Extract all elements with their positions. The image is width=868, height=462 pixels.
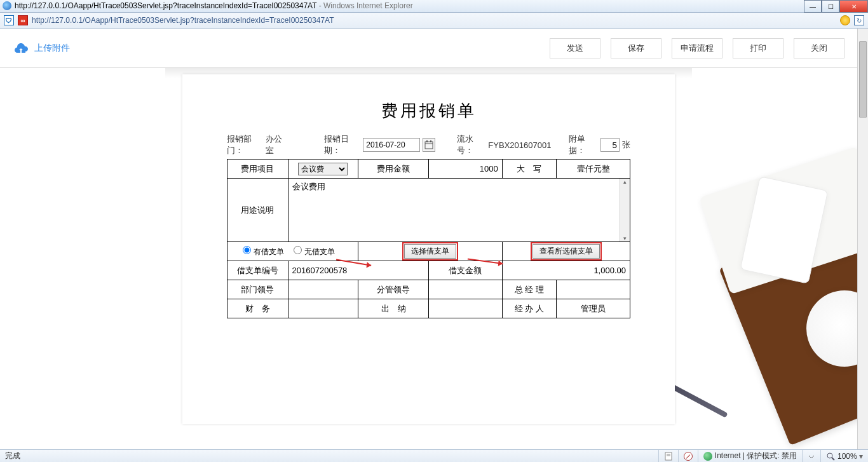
upper-value: 壹仟元整 bbox=[557, 160, 630, 179]
gm-value bbox=[557, 280, 630, 299]
form-meta-row: 报销部门： 办公室 报销日期： 流水号： FYBX201607001 附单据： bbox=[227, 133, 630, 156]
title-browser: - Windows Internet Explorer bbox=[316, 1, 412, 10]
loan-amt-value: 1,000.00 bbox=[502, 261, 630, 280]
date-label: 报销日期： bbox=[324, 133, 360, 156]
attach-label: 附单据： bbox=[569, 133, 598, 156]
compat-view-icon[interactable] bbox=[840, 15, 850, 25]
view-loan-button[interactable]: 查看所选借支单 bbox=[532, 244, 600, 259]
upload-attachment-label: 上传附件 bbox=[34, 43, 70, 54]
radio-no-loan[interactable]: 无借支单 bbox=[294, 247, 334, 256]
handler-label: 经 办 人 bbox=[502, 299, 557, 318]
shield-icon[interactable]: 🛡 bbox=[4, 15, 14, 25]
cloud-upload-icon bbox=[13, 43, 29, 54]
upper-label: 大 写 bbox=[502, 160, 557, 179]
status-zoom-cell[interactable]: 100% bbox=[820, 450, 868, 462]
expense-amount-value[interactable]: 1000 bbox=[428, 160, 502, 179]
globe-icon bbox=[703, 452, 712, 461]
title-url: http://127.0.0.1/OAapp/HtTrace0503Servle… bbox=[15, 1, 316, 10]
serial-label: 流水号： bbox=[457, 133, 486, 156]
upload-attachment-link[interactable]: 上传附件 bbox=[13, 43, 70, 54]
branch-leader-label: 分管领导 bbox=[358, 280, 429, 299]
window-titlebar: http://127.0.0.1/OAapp/HtTrace0503Servle… bbox=[0, 0, 868, 13]
cashier-label: 出 纳 bbox=[358, 299, 429, 318]
print-button[interactable]: 打印 bbox=[733, 38, 783, 58]
expense-item-cell: 会议费 bbox=[288, 160, 358, 179]
status-zone-text: Internet | 保护模式: 禁用 bbox=[715, 451, 797, 461]
finance-label: 财 务 bbox=[227, 299, 288, 318]
loan-radio-cell: 有借支单 无借支单 bbox=[227, 242, 358, 261]
expense-item-select[interactable]: 会议费 bbox=[298, 163, 348, 175]
chevron-icon bbox=[808, 452, 815, 460]
site-icon: ∞ bbox=[18, 15, 28, 25]
status-zone-cell[interactable]: Internet | 保护模式: 禁用 bbox=[698, 450, 802, 462]
expense-amount-label: 费用金额 bbox=[358, 160, 429, 179]
radio-has-loan[interactable]: 有借支单 bbox=[243, 247, 283, 256]
window-close-button[interactable]: ✕ bbox=[839, 0, 868, 13]
status-zoom-text: 100% bbox=[837, 452, 863, 461]
purpose-label: 用途说明 bbox=[227, 179, 288, 242]
svg-rect-2 bbox=[426, 140, 428, 142]
select-loan-button[interactable]: 选择借支单 bbox=[404, 244, 456, 259]
page-scrollbar[interactable] bbox=[857, 29, 868, 449]
save-button[interactable]: 保存 bbox=[611, 38, 661, 58]
ie-icon bbox=[3, 1, 11, 10]
zoom-icon bbox=[826, 452, 835, 461]
window-maximize-button[interactable]: ☐ bbox=[822, 0, 839, 13]
status-popup-cell[interactable] bbox=[678, 450, 698, 462]
select-loan-cell: 选择借支单 bbox=[358, 242, 502, 261]
svg-rect-0 bbox=[425, 142, 433, 149]
loan-amt-label: 借支金额 bbox=[428, 261, 502, 280]
svg-rect-3 bbox=[430, 140, 431, 142]
date-input[interactable] bbox=[363, 138, 420, 152]
form-paper: 费用报销单 报销部门： 办公室 报销日期： 流水号： FYBX201607001 bbox=[182, 74, 675, 424]
loan-no-label: 借支单编号 bbox=[227, 261, 288, 280]
address-bar: 🛡 ∞ http://127.0.0.1/OAapp/HtTrace0503Se… bbox=[0, 13, 868, 29]
dept-leader-label: 部门领导 bbox=[227, 280, 288, 299]
cashier-value bbox=[428, 299, 502, 318]
calendar-icon bbox=[424, 140, 433, 149]
branch-leader-value bbox=[428, 280, 502, 299]
status-done: 完成 bbox=[0, 451, 25, 461]
svg-rect-8 bbox=[665, 452, 672, 460]
page-icon bbox=[664, 452, 673, 461]
attach-count-input[interactable] bbox=[600, 138, 620, 152]
expense-form-table: 费用项目 会议费 费用金额 1000 大 写 壹仟元整 bbox=[227, 159, 630, 318]
status-bar: 完成 Internet | 保护模式: 禁用 100% bbox=[0, 449, 868, 462]
view-loan-highlight: 查看所选借支单 bbox=[531, 242, 602, 261]
select-loan-highlight: 选择借支单 bbox=[402, 242, 458, 261]
refresh-icon[interactable]: ↻ bbox=[854, 15, 864, 25]
dept-value: 办公室 bbox=[266, 133, 287, 156]
expense-item-label: 费用项目 bbox=[227, 160, 288, 179]
purpose-cell: 会议费用 bbox=[288, 179, 630, 242]
window-title: http://127.0.0.1/OAapp/HtTrace0503Servle… bbox=[15, 1, 413, 10]
form-title: 费用报销单 bbox=[227, 100, 630, 122]
view-loan-cell: 查看所选借支单 bbox=[502, 242, 630, 261]
textarea-scrollbar[interactable] bbox=[620, 179, 630, 241]
calendar-button[interactable] bbox=[423, 138, 435, 152]
send-button[interactable]: 发送 bbox=[550, 38, 600, 58]
svg-point-11 bbox=[827, 453, 832, 458]
address-url[interactable]: http://127.0.0.1/OAapp/HtTrace0503Servle… bbox=[32, 16, 836, 25]
status-protectmode-cell[interactable] bbox=[802, 450, 820, 462]
serial-value: FYBX201607001 bbox=[488, 140, 551, 150]
gm-label: 总 经 理 bbox=[502, 280, 557, 299]
svg-line-12 bbox=[832, 458, 834, 460]
dept-label: 报销部门： bbox=[227, 133, 263, 156]
purpose-textarea[interactable]: 会议费用 bbox=[288, 179, 630, 240]
dept-leader-value bbox=[288, 280, 358, 299]
window-minimize-button[interactable]: — bbox=[804, 0, 822, 13]
close-button[interactable]: 关闭 bbox=[794, 38, 844, 58]
blocked-icon bbox=[684, 452, 693, 461]
apply-flow-button[interactable]: 申请流程 bbox=[672, 38, 722, 58]
admin-value: 管理员 bbox=[557, 299, 630, 318]
attach-unit: 张 bbox=[622, 139, 630, 151]
loan-no-value: 201607200578 bbox=[288, 261, 428, 280]
finance-value bbox=[288, 299, 358, 318]
page-toolbar: 上传附件 发送 保存 申请流程 打印 关闭 bbox=[0, 29, 857, 68]
status-icon-cell[interactable] bbox=[658, 450, 678, 462]
